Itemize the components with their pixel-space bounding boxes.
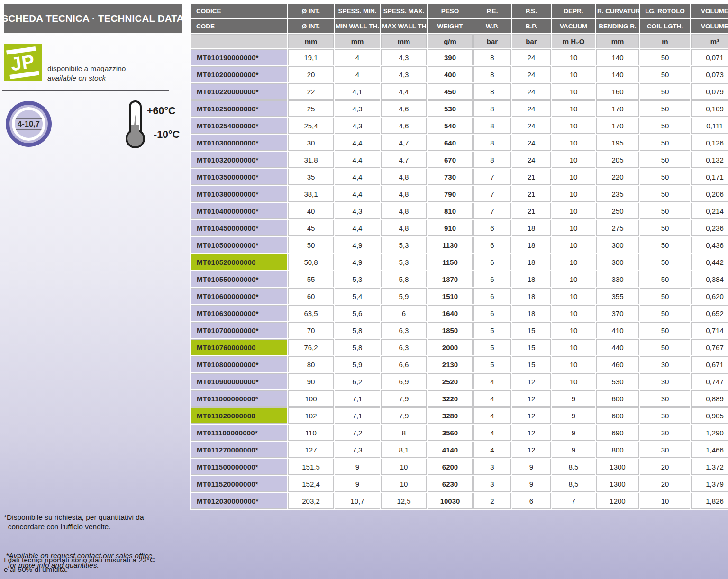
- value-cell: 390: [428, 49, 473, 65]
- min-temperature-label: -10°C: [154, 129, 180, 141]
- unit-cell: g/m: [428, 34, 473, 48]
- value-cell: 31,8: [288, 152, 334, 168]
- value-cell: 4,3: [381, 66, 427, 82]
- value-cell: 127: [288, 442, 334, 458]
- value-cell: 2520: [428, 373, 473, 389]
- stock-note-english: available on stock: [47, 73, 126, 83]
- value-cell: 1370: [428, 271, 473, 287]
- value-cell: 152,4: [288, 476, 334, 492]
- value-cell: 4,7: [381, 152, 427, 168]
- section-divider: [2, 90, 169, 91]
- value-cell: 6: [473, 271, 511, 287]
- value-cell: 4,1: [335, 83, 380, 100]
- value-cell: 6: [512, 493, 551, 509]
- column-header: P.S.: [512, 4, 551, 18]
- column-header: MIN WALL TH.: [335, 19, 380, 33]
- value-cell: 18: [512, 271, 551, 287]
- value-cell: 640: [428, 135, 473, 151]
- value-cell: 0,714: [691, 322, 728, 338]
- code-cell: MT010350000000*: [191, 169, 287, 185]
- value-cell: 10: [640, 493, 690, 509]
- header-row-italian: CODICEØ INT.SPESS. MIN.SPESS. MAX.PESOP.…: [191, 4, 728, 18]
- value-cell: 0,111: [691, 118, 728, 134]
- value-cell: 0,109: [691, 100, 728, 117]
- value-cell: 10: [552, 220, 595, 236]
- value-cell: 6200: [428, 459, 473, 475]
- value-cell: 6: [473, 288, 511, 304]
- temperature-range-indicator: +60°C -10°C: [124, 100, 186, 149]
- code-cell: MT011100000000*: [191, 425, 287, 441]
- value-cell: 440: [596, 339, 639, 355]
- tube-ring-white: 4-10,7: [12, 107, 46, 141]
- value-cell: 12: [512, 390, 551, 407]
- value-cell: 50: [640, 100, 690, 117]
- value-cell: 21: [512, 186, 551, 202]
- value-cell: 0,073: [691, 66, 728, 82]
- value-cell: 203,2: [288, 493, 334, 509]
- value-cell: 0,767: [691, 339, 728, 355]
- value-cell: 38,1: [288, 186, 334, 202]
- value-cell: 0,236: [691, 220, 728, 236]
- value-cell: 50: [640, 135, 690, 151]
- value-cell: 4,3: [381, 49, 427, 65]
- value-cell: 4,9: [335, 254, 380, 270]
- technical-data-table: CODICEØ INT.SPESS. MIN.SPESS. MAX.PESOP.…: [190, 3, 728, 510]
- value-cell: 4,4: [335, 186, 380, 202]
- table-row: MT010400000000*404,34,881072110250500,21…: [191, 203, 728, 219]
- value-cell: 18: [512, 220, 551, 236]
- value-cell: 4: [335, 66, 380, 82]
- value-cell: 5,6: [335, 305, 380, 321]
- value-cell: 1510: [428, 288, 473, 304]
- value-cell: 10030: [428, 493, 473, 509]
- value-cell: 50: [640, 203, 690, 219]
- value-cell: 10: [552, 339, 595, 355]
- value-cell: 50: [640, 49, 690, 65]
- value-cell: 18: [512, 237, 551, 253]
- value-cell: 235: [596, 186, 639, 202]
- value-cell: 1,290: [691, 425, 728, 441]
- value-cell: 4,4: [335, 152, 380, 168]
- value-cell: 9: [552, 407, 595, 424]
- column-header: WEIGHT: [428, 19, 473, 33]
- value-cell: 330: [596, 271, 639, 287]
- value-cell: 4,4: [335, 135, 380, 151]
- value-cell: 30: [640, 356, 690, 372]
- code-cell: MT010300000000*: [191, 135, 287, 151]
- value-cell: 0,171: [691, 169, 728, 185]
- value-cell: 4,3: [335, 100, 380, 117]
- table-row: MT010600000000*605,45,9151061810355500,6…: [191, 288, 728, 304]
- value-cell: 5: [473, 356, 511, 372]
- value-cell: 6: [381, 305, 427, 321]
- value-cell: 1150: [428, 254, 473, 270]
- value-cell: 4,4: [335, 220, 380, 236]
- value-cell: 5,9: [381, 288, 427, 304]
- value-cell: 0,652: [691, 305, 728, 321]
- value-cell: 76,2: [288, 339, 334, 355]
- value-cell: 30: [640, 442, 690, 458]
- table-row: MT01076000000076,25,86,3200051510440500,…: [191, 339, 728, 355]
- value-cell: 24: [512, 118, 551, 134]
- value-cell: 4,3: [335, 203, 380, 219]
- value-cell: 0,079: [691, 83, 728, 100]
- value-cell: 12: [512, 373, 551, 389]
- column-header: R. CURVATURA: [596, 4, 639, 18]
- column-header: SPESS. MIN.: [335, 4, 380, 18]
- value-cell: 8: [473, 118, 511, 134]
- value-cell: 24: [512, 83, 551, 100]
- value-cell: 8,5: [552, 476, 595, 492]
- column-header: COIL LGTH.: [640, 19, 690, 33]
- value-cell: 7: [473, 186, 511, 202]
- unit-cell: bar: [473, 34, 511, 48]
- value-cell: 790: [428, 186, 473, 202]
- code-cell: MT010400000000*: [191, 203, 287, 219]
- column-header: VOLUME: [691, 19, 728, 33]
- value-cell: 0,214: [691, 203, 728, 219]
- value-cell: 1640: [428, 305, 473, 321]
- value-cell: 10: [552, 305, 595, 321]
- datasheet-page: SCHEDA TECNICA · TECHNICAL DATA JP dispo…: [0, 0, 728, 579]
- code-cell: MT010800000000*: [191, 356, 287, 372]
- code-cell: MT011000000000*: [191, 390, 287, 407]
- value-cell: 6,6: [381, 356, 427, 372]
- value-cell: 50: [640, 220, 690, 236]
- value-cell: 63,5: [288, 305, 334, 321]
